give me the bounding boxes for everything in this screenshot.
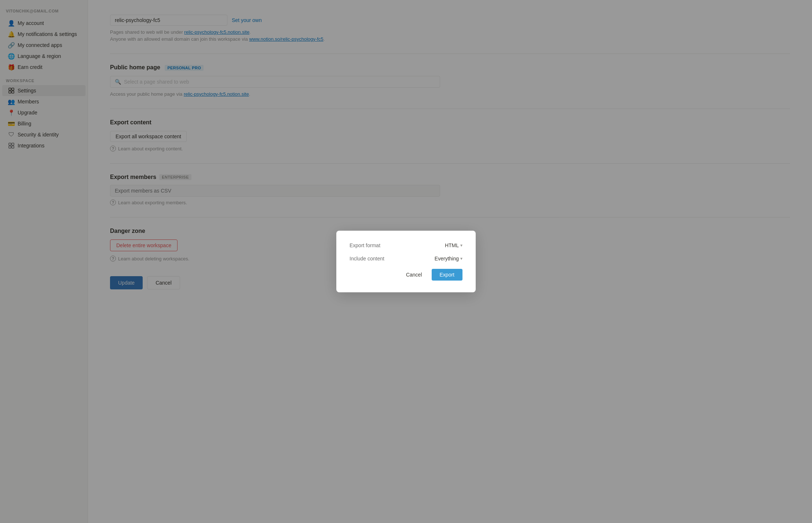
chevron-down-icon-2: ▾ <box>460 256 462 261</box>
export-format-label: Export format <box>350 242 380 248</box>
chevron-down-icon: ▾ <box>460 243 462 248</box>
modal-export-btn[interactable]: Export <box>432 269 462 281</box>
include-content-label: Include content <box>350 256 384 262</box>
modal-overlay[interactable]: Export format HTML ▾ Include content Eve… <box>0 0 812 523</box>
include-content-select[interactable]: Everything ▾ <box>435 256 462 262</box>
export-format-row: Export format HTML ▾ <box>350 242 462 248</box>
export-format-select[interactable]: HTML ▾ <box>445 242 462 248</box>
modal-cancel-btn[interactable]: Cancel <box>401 269 427 281</box>
include-content-value: Everything <box>435 256 459 262</box>
modal-actions: Cancel Export <box>350 269 462 281</box>
include-content-row: Include content Everything ▾ <box>350 256 462 262</box>
export-format-value: HTML <box>445 242 459 248</box>
export-modal: Export format HTML ▾ Include content Eve… <box>336 231 476 292</box>
